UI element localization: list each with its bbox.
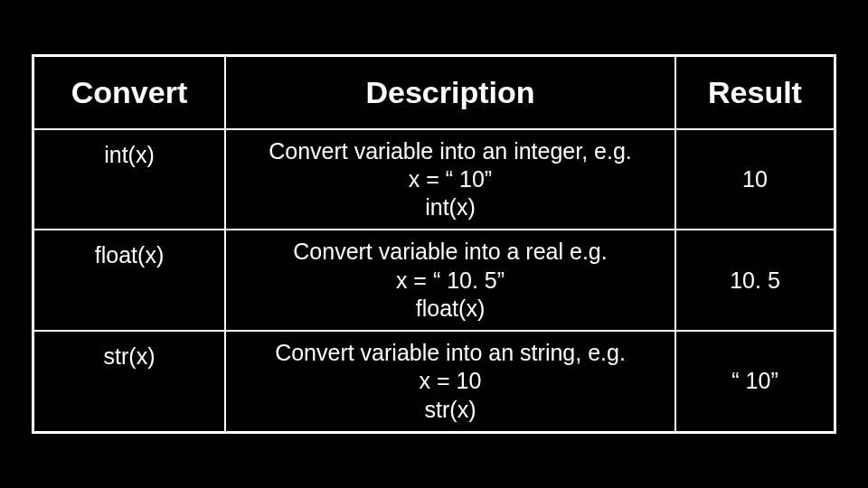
- desc-line: Convert variable into an string, e.g.: [275, 339, 626, 367]
- desc-line: Convert variable into a real e.g.: [293, 238, 607, 266]
- col-header-convert: Convert: [34, 57, 224, 128]
- table-row: str(x) Convert variable into an string, …: [34, 330, 834, 431]
- conversion-table: Convert Description Result int(x) Conver…: [32, 54, 836, 434]
- cell-description: Convert variable into a real e.g. x = “ …: [224, 230, 675, 330]
- cell-convert: str(x): [34, 332, 224, 431]
- cell-description: Convert variable into an string, e.g. x …: [224, 332, 675, 431]
- cell-description: Convert variable into an integer, e.g. x…: [224, 130, 675, 230]
- desc-line: Convert variable into an integer, e.g.: [269, 137, 632, 165]
- table-row: int(x) Convert variable into an integer,…: [34, 128, 834, 230]
- cell-convert: int(x): [34, 130, 224, 230]
- desc-line: x = “ 10”: [409, 165, 492, 193]
- desc-line: str(x): [425, 396, 476, 424]
- desc-line: float(x): [416, 295, 485, 323]
- cell-result: “ 10”: [675, 332, 834, 431]
- desc-line: x = 10: [420, 367, 482, 395]
- table-header-row: Convert Description Result: [34, 57, 834, 128]
- col-header-result: Result: [675, 57, 834, 128]
- cell-result: 10: [675, 130, 834, 230]
- table-row: float(x) Convert variable into a real e.…: [34, 229, 834, 330]
- cell-result: 10. 5: [675, 230, 834, 330]
- desc-line: int(x): [425, 193, 476, 221]
- col-header-description: Description: [224, 57, 675, 128]
- cell-convert: float(x): [34, 230, 224, 330]
- desc-line: x = “ 10. 5”: [396, 267, 505, 295]
